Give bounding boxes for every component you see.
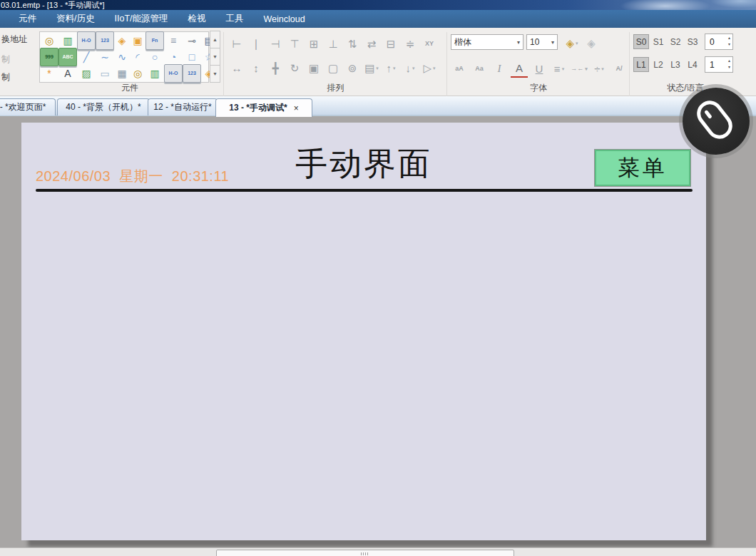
scale-icon[interactable]: ▭ [97,66,113,81]
set-word-icon[interactable]: 123 [96,31,114,50]
set-bit2-icon[interactable]: H-O [164,64,183,83]
ascii-object-icon[interactable]: ABC [58,48,77,66]
font-decrease-icon[interactable]: Aa [471,60,488,77]
nudge-icon[interactable]: ≑ [402,35,419,52]
dropdown-caret-icon[interactable]: ▾ [601,66,604,71]
menu-item-tools[interactable]: 工具 [216,13,254,25]
language-button-l2[interactable]: L2 [650,57,666,72]
same-position-icon[interactable]: ⊟ [382,35,399,52]
tab-manual-debug[interactable]: 13 - *手动调试* × [215,98,312,117]
text-align-icon[interactable]: ≡▾ [551,60,568,77]
menu-item-view[interactable]: 检视 [178,13,216,25]
horizontal-scrollbar[interactable] [0,547,756,556]
tab-auto-run[interactable]: 12 - *自动运行* [148,98,218,115]
language-button-l4[interactable]: L4 [685,57,700,72]
circle-icon[interactable]: ○ [147,49,163,65]
state-button-s0[interactable]: S0 [633,34,649,49]
menu-item-weincloud[interactable]: Weincloud [254,14,315,24]
same-size-icon[interactable]: ╋ [267,59,284,76]
align-top-icon[interactable]: ⊤ [286,35,303,52]
set-bit-icon[interactable]: H-O [77,31,96,50]
table-icon[interactable]: ▦ [114,66,130,81]
menu-item-iiot-energy[interactable]: IIoT/能源管理 [104,13,178,25]
state-button-s2[interactable]: S2 [668,34,683,49]
gallery-scroll-up-icon[interactable]: ▲ [210,31,220,48]
align-right-icon[interactable]: ⊣ [267,35,284,52]
dropdown-caret-icon[interactable]: ▾ [433,66,436,71]
font-family-select[interactable]: 楷体 ▾ [451,34,523,50]
arc-icon[interactable]: ◜ [130,49,145,65]
rectangle-icon[interactable]: □ [184,49,200,65]
state-spinner[interactable]: 0 ▴▾ [705,34,733,50]
polyline-icon[interactable]: ∿ [114,49,130,65]
chevron-down-icon[interactable]: ▾ [517,39,520,46]
menu-item-elements[interactable]: 元件 [9,13,46,25]
fill-color-icon[interactable]: ◈▾ [563,34,581,51]
font-color-icon[interactable]: A [511,59,528,78]
chevron-down-icon[interactable]: ▾ [551,39,554,46]
language-button-l1[interactable]: L1 [633,57,649,72]
dropdown-caret-icon[interactable]: ▾ [393,66,396,71]
language-spinner[interactable]: 1 ▴▾ [705,56,733,73]
word-lamp-icon[interactable]: ▥ [60,33,76,48]
text-icon[interactable]: A [60,66,76,81]
tab-welcome-page[interactable]: 0 - *欢迎页面* [0,98,56,115]
pie-icon[interactable]: ◔ [165,49,181,65]
dropdown-caret-icon[interactable]: ▾ [576,41,578,46]
gallery-more-icon[interactable]: ▼ [210,65,220,83]
multi-state-switch-icon[interactable]: ≡ [165,33,181,48]
dropdown-caret-icon[interactable]: ▾ [412,66,415,71]
state-button-s1[interactable]: S1 [650,34,666,49]
menu-item-data-history[interactable]: 资料/历史 [46,13,104,25]
spinner-down-icon[interactable]: ▾ [728,41,730,48]
bit-lamp-icon[interactable]: ◎ [41,33,57,48]
even-horizontal-space-icon[interactable]: ⇄ [363,35,380,52]
menu-button[interactable]: 菜单 [594,149,691,187]
burst-icon[interactable]: * [41,66,57,81]
even-vertical-space-icon[interactable]: ⇅ [344,35,361,52]
wave-icon[interactable]: ∼ [97,49,113,65]
word-lamp2-icon[interactable]: ▥ [147,66,163,81]
move-layer-up-icon[interactable]: ↑▾ [382,59,399,76]
line-icon[interactable]: ╱ [78,49,94,65]
gallery-scroll-down-icon[interactable]: ▼ [210,48,220,66]
picture-icon[interactable]: ▨ [78,66,94,81]
clipped-label-convert-address[interactable]: 换地址 [1,34,27,46]
ungroup-icon[interactable]: ▢ [325,59,342,76]
flip-icon[interactable]: ▷▾ [421,59,438,76]
vertical-spacing-icon[interactable]: ÷▾ [591,60,608,77]
same-width-icon[interactable]: ↔ [228,59,245,76]
numeric-object-icon[interactable]: 999 [40,48,58,66]
pin-icon[interactable]: ⊚ [344,59,361,76]
group-icon[interactable]: ▣ [305,59,322,76]
spinner-up-icon[interactable]: ▴ [728,35,730,41]
datetime-display[interactable]: 2024/06/03 星期一 20:31:11 [36,167,229,186]
spinner-up-icon[interactable]: ▴ [728,58,730,64]
dropdown-caret-icon[interactable]: ▾ [562,66,565,71]
underline-icon[interactable]: U [531,60,548,77]
align-middle-icon[interactable]: ⊞ [305,35,322,52]
bit-lamp2-icon[interactable]: ◎ [130,66,145,81]
same-height-icon[interactable]: ↕ [247,59,265,76]
close-icon[interactable]: × [294,103,299,113]
bring-to-front-icon[interactable]: ▤▾ [363,59,380,76]
function-key-icon[interactable]: ◈ [114,33,130,48]
fn-key-icon[interactable]: Fn [145,31,164,50]
xy-position-icon[interactable]: XY [421,35,438,52]
state-button-s3[interactable]: S3 [685,34,700,49]
horizontal-spacing-icon[interactable]: →←▾ [571,60,588,77]
align-left-icon[interactable]: ⊢ [228,35,245,52]
dropdown-caret-icon[interactable]: ▾ [585,66,588,71]
font-size-select[interactable]: 10 ▾ [526,34,558,50]
toggle-switch-icon[interactable]: ▣ [130,33,145,48]
scrollbar-thumb[interactable] [216,550,514,556]
slider-icon[interactable]: ⊸ [184,33,200,48]
rotate-icon[interactable]: ↻ [286,59,303,76]
align-bottom-icon[interactable]: ⊥ [325,35,342,52]
edit-text-icon[interactable]: A/ [611,60,628,77]
dropdown-caret-icon[interactable]: ▾ [376,66,379,71]
clipped-label-paste[interactable]: 制 [1,71,10,83]
tab-background-boot[interactable]: 40 - *背景（开机）* [57,98,150,115]
move-layer-down-icon[interactable]: ↓▾ [402,59,419,76]
language-button-l3[interactable]: L3 [668,57,683,72]
